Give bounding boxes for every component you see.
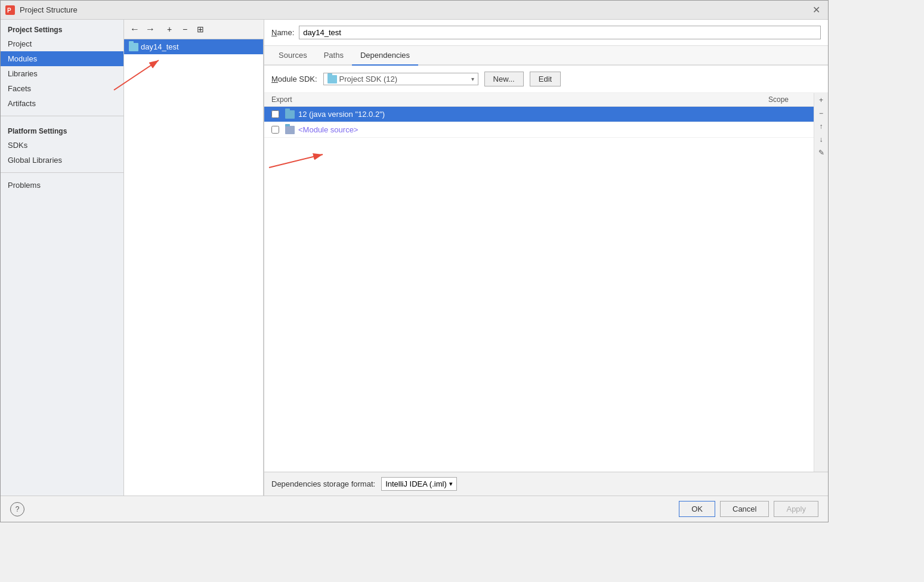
module-list-container: ← → + − ⊞ day14_test (124, 20, 264, 496)
deps-remove-button[interactable]: − (815, 107, 827, 119)
help-button[interactable]: ? (10, 502, 24, 516)
sidebar-item-problems[interactable]: Problems (1, 178, 123, 193)
deps-row-module-source[interactable]: <Module source> (264, 122, 814, 138)
add-module-button[interactable]: + (162, 22, 177, 36)
sidebar-item-project[interactable]: Project (1, 36, 123, 51)
bottom-bar: Dependencies storage format: IntelliJ ID… (264, 472, 828, 496)
sidebar-item-artifacts[interactable]: Artifacts (1, 96, 123, 111)
sidebar-divider-2 (1, 172, 123, 173)
sidebar-item-libraries[interactable]: Libraries (1, 66, 123, 81)
close-button[interactable]: ✕ (809, 3, 823, 17)
sdk-dropdown[interactable]: Project SDK (12) ▾ (323, 73, 478, 85)
module-item-day14-test[interactable]: day14_test (124, 39, 263, 54)
folder-icon (129, 43, 138, 51)
module-item-label: day14_test (141, 42, 179, 51)
deps-row-sdk-content: 12 (java version "12.0.2") (271, 110, 806, 119)
deps-edit-button[interactable]: ✎ (815, 147, 827, 159)
project-structure-dialog: P Project Structure ✕ Project Settings P… (0, 0, 829, 522)
deps-header: Export Scope (264, 93, 814, 107)
sdk-folder-icon (327, 75, 337, 83)
sidebar: Project Settings Project Modules Librari… (1, 20, 124, 496)
sdk-row-folder-icon (285, 110, 295, 119)
storage-format-value: IntelliJ IDEA (.iml) (385, 479, 447, 488)
storage-format-dropdown[interactable]: IntelliJ IDEA (.iml) ▾ (381, 477, 457, 491)
module-section: ← → + − ⊞ day14_test (124, 20, 828, 496)
svg-text:P: P (7, 7, 11, 14)
nav-forward-button[interactable]: → (143, 22, 157, 36)
sdk-chevron-icon: ▾ (471, 76, 474, 82)
sdk-value: Project SDK (12) (339, 75, 469, 83)
project-settings-header: Project Settings (1, 20, 123, 36)
main-content: Project Settings Project Modules Librari… (1, 20, 828, 496)
storage-format-chevron: ▾ (449, 480, 453, 488)
cancel-button[interactable]: Cancel (720, 501, 769, 517)
module-toolbar: ← → + − ⊞ (124, 20, 264, 39)
deps-source-checkbox[interactable] (271, 126, 279, 134)
copy-module-button[interactable]: ⊞ (193, 22, 208, 36)
tabs-bar: Sources Paths Dependencies (264, 46, 828, 66)
right-panel: Name: Sources Paths Dependencies Modul (264, 20, 828, 496)
deps-row-source-content: <Module source> (271, 125, 806, 134)
dialog-footer: ? OK Cancel Apply (1, 496, 828, 522)
title-bar: P Project Structure ✕ (1, 1, 828, 20)
sidebar-item-sdks[interactable]: SDKs (1, 138, 123, 153)
source-folder-icon (285, 126, 295, 134)
name-input[interactable] (299, 26, 821, 39)
sdk-edit-button[interactable]: Edit (530, 72, 561, 86)
deps-sdk-checkbox[interactable] (271, 110, 279, 118)
deps-sdk-label: 12 (java version "12.0.2") (298, 110, 385, 119)
sidebar-item-global-libraries[interactable]: Global Libraries (1, 153, 123, 168)
deps-header-scope: Scope (768, 95, 789, 104)
module-list: day14_test (124, 39, 264, 496)
app-icon: P (5, 5, 15, 15)
deps-sidebar-buttons: + − ↑ ↓ ✎ (814, 93, 828, 472)
dialog-title: Project Structure (20, 5, 809, 14)
remove-module-button[interactable]: − (178, 22, 192, 36)
ok-button[interactable]: OK (679, 501, 715, 517)
name-label: Name: (271, 28, 294, 37)
tab-dependencies[interactable]: Dependencies (352, 46, 418, 66)
deps-up-button[interactable]: ↑ (815, 120, 827, 132)
sdk-new-button[interactable]: New... (484, 72, 524, 86)
module-sdk-label: Module SDK: (271, 75, 317, 83)
deps-table-container: Export Scope 12 (java version "12.0.2") (264, 93, 828, 472)
deps-table: Export Scope 12 (java version "12.0.2") (264, 93, 814, 472)
apply-button[interactable]: Apply (774, 501, 818, 517)
tab-paths[interactable]: Paths (316, 46, 352, 66)
platform-settings-header: Platform Settings (1, 121, 123, 138)
name-row: Name: (264, 20, 828, 46)
deps-header-export: Export (271, 95, 768, 104)
storage-format-label: Dependencies storage format: (271, 479, 375, 488)
deps-down-button[interactable]: ↓ (815, 134, 827, 146)
deps-row-sdk[interactable]: 12 (java version "12.0.2") (264, 107, 814, 122)
tab-content-dependencies: Module SDK: Project SDK (12) ▾ New... Ed… (264, 66, 828, 496)
nav-back-button[interactable]: ← (128, 22, 142, 36)
deps-add-button[interactable]: + (815, 94, 827, 106)
sidebar-divider (1, 116, 123, 116)
tab-sources[interactable]: Sources (270, 46, 316, 66)
sdk-row: Module SDK: Project SDK (12) ▾ New... Ed… (264, 66, 828, 93)
deps-module-source-label: <Module source> (298, 125, 358, 134)
sidebar-item-modules[interactable]: Modules (1, 51, 123, 66)
sidebar-item-facets[interactable]: Facets (1, 81, 123, 96)
